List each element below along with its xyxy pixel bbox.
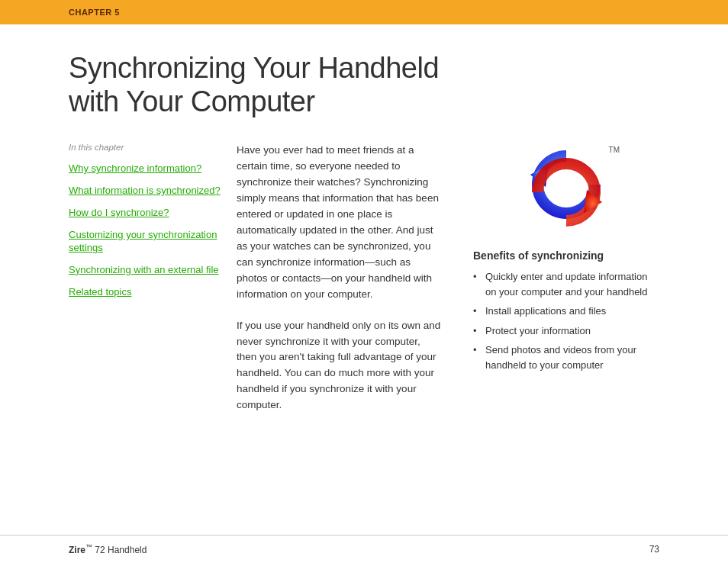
benefits-list: Quickly enter and update information on … — [473, 269, 659, 372]
toc-link-why-sync[interactable]: Why synchronize information? — [69, 162, 221, 175]
benefits-section: Benefits of synchronizing Quickly enter … — [473, 249, 659, 372]
center-column: Have you ever had to meet friends at a c… — [237, 143, 465, 429]
tm-mark: TM — [609, 146, 620, 154]
toc-link-related[interactable]: Related topics — [69, 286, 221, 299]
body-paragraph-1: Have you ever had to meet friends at a c… — [237, 143, 443, 302]
content-body: In this chapter Why synchronize informat… — [69, 143, 659, 429]
footer-brand-text: Zire™ 72 Handheld — [69, 543, 147, 555]
footer-brand: Zire — [69, 545, 85, 555]
toc-link-customize[interactable]: Customizing your synchronization setting… — [69, 229, 221, 255]
sync-icon-container: TM — [473, 143, 659, 234]
benefit-item-1: Quickly enter and update information on … — [473, 269, 659, 299]
toc-link-what-info[interactable]: What information is synchronized? — [69, 185, 221, 198]
benefit-item-3: Protect your information — [473, 323, 659, 339]
benefit-item-2: Install applications and files — [473, 304, 659, 319]
page-title: Synchronizing Your Handheldwith Your Com… — [69, 52, 659, 118]
chapter-label: CHAPTER 5 — [69, 8, 120, 17]
toc-link-external[interactable]: Synchronizing with an external file — [69, 264, 221, 277]
benefits-title: Benefits of synchronizing — [473, 249, 659, 262]
benefit-item-4: Send photos and videos from your handhel… — [473, 343, 659, 372]
main-content: Synchronizing Your Handheldwith Your Com… — [0, 24, 728, 429]
footer-tm: ™ — [85, 543, 92, 551]
right-column: TM — [465, 143, 659, 429]
sync-icon — [517, 143, 616, 234]
body-paragraph-2: If you use your handheld only on its own… — [237, 318, 443, 414]
footer-page-number: 73 — [649, 544, 659, 555]
toc-link-how-sync[interactable]: How do I synchronize? — [69, 207, 221, 220]
chapter-bar: CHAPTER 5 — [0, 0, 728, 24]
toc-sidebar: In this chapter Why synchronize informat… — [69, 143, 237, 429]
footer-model: 72 Handheld — [92, 545, 147, 555]
page-footer: Zire™ 72 Handheld 73 — [0, 535, 728, 563]
toc-heading: In this chapter — [69, 143, 221, 152]
